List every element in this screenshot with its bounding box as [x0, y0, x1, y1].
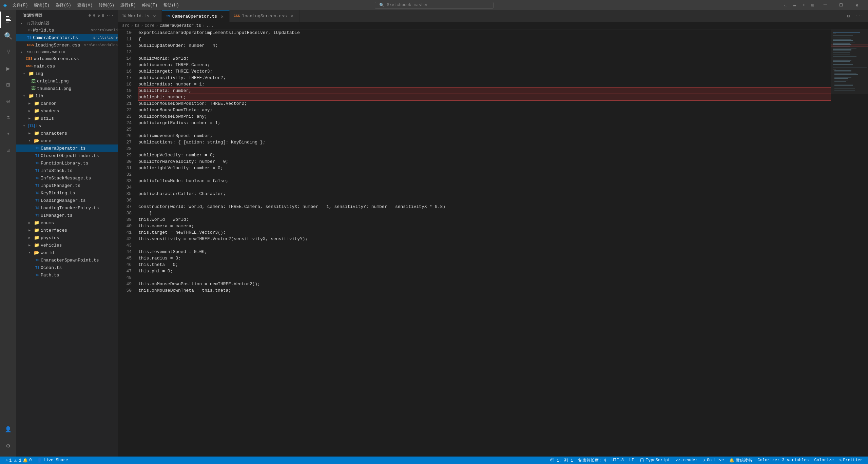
worldts-tab-close[interactable]: ✕ [151, 13, 157, 19]
sidebar-item-ts[interactable]: ▾ TS ts [16, 122, 118, 130]
breadcrumb-core[interactable]: core [144, 23, 154, 28]
settings-activity-icon[interactable]: ⚙ [0, 438, 16, 454]
sidebar-item-uimgr[interactable]: TS UIManager.ts [16, 212, 118, 219]
ts-chevron: ▾ [23, 124, 28, 128]
layout-icon-3[interactable]: ▫ [799, 2, 808, 8]
sidebar-item-enums[interactable]: ▶ 📁 enums [16, 219, 118, 227]
status-language[interactable]: {} TypeScript [637, 457, 673, 464]
menu-terminal[interactable]: 终端(T) [139, 2, 160, 9]
new-file-icon[interactable]: ⊕ [89, 13, 91, 18]
accounts-activity-icon[interactable]: 👤 [0, 421, 16, 438]
new-folder-icon[interactable]: ⊕ [93, 13, 95, 18]
extensions-activity-icon[interactable]: ⊞ [0, 77, 16, 93]
cameraop-tab-close[interactable]: ✕ [219, 13, 225, 19]
status-golive[interactable]: ⚡ Go Live [700, 457, 727, 464]
sidebar-item-ocean[interactable]: TS Ocean.ts [16, 264, 118, 271]
sidebar-item-functionlib[interactable]: TS FunctionLibrary.ts [16, 159, 118, 167]
sidebar-item-characters[interactable]: ▶ 📁 characters [16, 130, 118, 137]
breadcrumb-file[interactable]: CameraOperator.ts [159, 23, 201, 28]
sidebar-item-img[interactable]: ▾ 📁 img [16, 70, 118, 77]
code-editor[interactable]: 1011121314151617181920212223242526272829… [118, 30, 868, 457]
debug-activity-icon[interactable]: ▶ [0, 60, 16, 77]
maximize-button[interactable]: □ [833, 0, 849, 10]
code-content[interactable]: export class CameraOperator implements I… [136, 30, 831, 457]
loadingcss-tab-close[interactable]: ✕ [289, 13, 295, 19]
scm-activity-icon[interactable]: ⑂ [0, 44, 16, 60]
sidebar-item-welcomescreen[interactable]: CSS welcomeScreen.css [16, 55, 118, 62]
gitlens-activity-icon[interactable]: ✦ [0, 125, 16, 142]
sidebar-item-interfaces[interactable]: ▶ 📁 interfaces [16, 227, 118, 234]
sidebar-item-maincss[interactable]: CSS main.css [16, 62, 118, 70]
sidebar-item-shaders[interactable]: ▶ 📁 shaders [16, 107, 118, 115]
status-eol[interactable]: LF [626, 457, 637, 464]
status-encoding[interactable]: UTF-8 [609, 457, 626, 464]
sidebar-item-infostackmsg[interactable]: TS InfoStackMessage.ts [16, 174, 118, 182]
sidebar-item-lib[interactable]: ▾ 📁 lib [16, 92, 118, 100]
status-wechat[interactable]: 🔔 微信读书 [727, 457, 755, 464]
sidebar-item-cannon[interactable]: ▶ 📁 cannon [16, 100, 118, 107]
sidebar-item-cameraoperator[interactable]: TS CameraOperator.ts [16, 144, 118, 152]
split-editor-icon[interactable]: ⊟ [845, 14, 852, 19]
menu-goto[interactable]: 转到(G) [96, 2, 117, 9]
breadcrumb-ts[interactable]: ts [135, 23, 139, 28]
status-colorize2[interactable]: Colorize [812, 457, 837, 464]
sidebar-item-utils[interactable]: ▶ 📁 utils [16, 115, 118, 122]
menu-help[interactable]: 帮助(H) [161, 2, 182, 9]
remote-activity-icon[interactable]: ◎ [0, 93, 16, 109]
refresh-icon[interactable]: ↻ [97, 13, 100, 18]
sidebar-item-path[interactable]: TS Path.ts [16, 271, 118, 279]
status-colorize[interactable]: Colorize: 3 variables [755, 457, 811, 464]
menu-select[interactable]: 选择(S) [53, 2, 74, 9]
sidebar-item-loadingmgr[interactable]: TS LoadingManager.ts [16, 197, 118, 204]
tab-worldts[interactable]: TS World.ts ✕ [118, 10, 162, 22]
sidebar-item-world[interactable]: ▾ 📂 world [16, 249, 118, 256]
sidebar-item-infostack[interactable]: TS InfoStack.ts [16, 167, 118, 174]
breadcrumb-symbol[interactable]: ... [206, 23, 214, 28]
todo-activity-icon[interactable]: ☑ [0, 142, 16, 158]
loadingmgr-label: LoadingManager.ts [41, 198, 118, 203]
open-editors-section[interactable]: ▾ 打开的编辑器 [16, 19, 118, 26]
open-editor-loading[interactable]: CSS loadingScreen.css src\css\modules [16, 41, 118, 49]
close-button[interactable]: ✕ [849, 0, 865, 10]
search-box[interactable]: 🔍 Sketchbook-master [375, 2, 494, 9]
status-liveshare[interactable]: 👤 Live Share [34, 457, 71, 464]
status-prettier[interactable]: ✎ Prettier [836, 457, 865, 464]
sidebar-item-loadingtracker[interactable]: TS LoadingTrackerEntry.ts [16, 204, 118, 212]
status-indent[interactable]: 制表符长度: 4 [576, 457, 609, 464]
sidebar-item-original[interactable]: 🖼 original.png [16, 77, 118, 85]
open-editor-world[interactable]: TS World.ts src\ts\world [16, 26, 118, 34]
more-tabs-icon[interactable]: ··· [853, 14, 865, 19]
layout-icon-1[interactable]: ▭ [782, 2, 790, 8]
status-position[interactable]: 行 1, 列 1 [547, 457, 576, 464]
status-zzreader[interactable]: zz-reader [673, 457, 700, 464]
tab-bar-right: ⊟ ··· [845, 10, 868, 22]
sidebar-item-core[interactable]: ▾ 📂 core [16, 137, 118, 144]
project-section[interactable]: ▾ SKETCHBOOK-MASTER [16, 49, 118, 55]
menu-file[interactable]: 文件(F) [10, 2, 31, 9]
test-activity-icon[interactable]: ⚗ [0, 109, 16, 125]
layout-icon-2[interactable]: ▬ [791, 2, 799, 8]
menu-edit[interactable]: 编辑(E) [31, 2, 52, 9]
collapse-icon[interactable]: ⊟ [102, 13, 104, 18]
menu-view[interactable]: 查看(V) [75, 2, 96, 9]
open-editor-camera[interactable]: TS CameraOperator.ts src\ts\core [16, 34, 118, 41]
sidebar-item-thumbnail[interactable]: 🖼 thumbnail.png [16, 85, 118, 92]
more-icon[interactable]: ··· [107, 13, 114, 18]
sidebar-item-vehicles[interactable]: ▶ 📁 vehicles [16, 241, 118, 249]
menu-run[interactable]: 运行(R) [118, 2, 139, 9]
sidebar-item-closestobject[interactable]: TS ClosestObjectFinder.ts [16, 152, 118, 159]
tab-loadingscreen[interactable]: CSS loadingScreen.css ✕ [230, 10, 300, 22]
sidebar-item-inputmgr[interactable]: TS InputManager.ts [16, 182, 118, 189]
minimap[interactable] [831, 30, 868, 457]
layout-icon-4[interactable]: ⊞ [809, 2, 817, 8]
status-errors[interactable]: ⚡ 1 ⚠ 1 🔔 0 [3, 457, 34, 464]
tab-cameraoperator[interactable]: TS CameraOperator.ts ✕ [162, 10, 230, 22]
breadcrumb-src[interactable]: src [122, 23, 130, 28]
sidebar-item-physics[interactable]: ▶ 📁 physics [16, 234, 118, 241]
sidebar-item-characterspawn[interactable]: TS CharacterSpawnPoint.ts [16, 256, 118, 264]
line-number-41: 41 [118, 229, 132, 236]
minimize-button[interactable]: ─ [817, 0, 833, 10]
sidebar-item-keybinding[interactable]: TS KeyBinding.ts [16, 189, 118, 197]
explorer-activity-icon[interactable] [0, 12, 16, 28]
search-activity-icon[interactable]: 🔍 [0, 28, 16, 44]
